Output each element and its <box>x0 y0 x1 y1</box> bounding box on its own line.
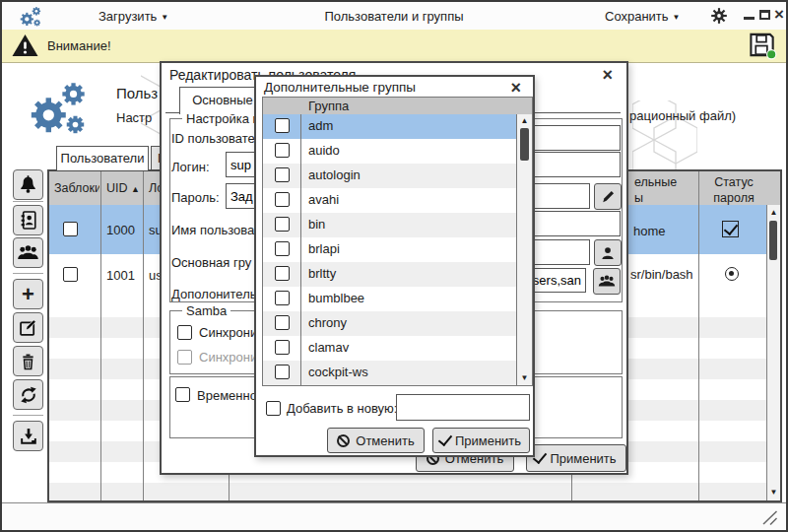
add-to-new-checkbox[interactable] <box>266 401 281 416</box>
new-group-name-input[interactable] <box>396 394 530 421</box>
group-name: bumblbee <box>308 291 364 305</box>
group-checkbox[interactable] <box>275 315 290 330</box>
user-name-label: Имя пользова <box>171 223 254 237</box>
checkmark-icon <box>533 449 547 464</box>
select-extra-groups-button[interactable] <box>593 268 621 295</box>
groups-list-header: Группа <box>263 98 532 115</box>
chevron-down-icon: ▼ <box>161 13 168 22</box>
group-checkbox[interactable] <box>275 192 290 207</box>
row-uid: 1001 <box>106 268 135 283</box>
refresh-button[interactable] <box>13 379 43 410</box>
group-name: avahi <box>308 192 339 207</box>
password-status-checked-icon <box>722 221 739 237</box>
temp-block-checkbox[interactable] <box>175 387 190 402</box>
checkmark-icon <box>438 432 452 446</box>
chevron-down-icon: ▼ <box>673 13 681 22</box>
save-menu-button[interactable]: Сохранить▼ <box>605 9 681 24</box>
scrollbar-thumb[interactable] <box>769 221 777 260</box>
col-header-blocked: Заблокир <box>54 181 99 195</box>
apply-button[interactable]: Применить <box>432 428 530 453</box>
scroll-down-icon[interactable]: ▼ <box>517 372 532 384</box>
group-checkbox[interactable] <box>275 143 290 158</box>
row-uid: 1000 <box>106 223 135 237</box>
save-file-icon[interactable] <box>747 32 779 60</box>
column-header-group: Группа <box>308 99 349 113</box>
warning-triangle-icon <box>12 33 38 57</box>
page-subtitle-fragment: Настр <box>116 110 161 127</box>
group-checkbox[interactable] <box>275 217 290 232</box>
group-checkbox[interactable] <box>275 291 290 305</box>
password-status-radio-icon <box>725 267 739 281</box>
group-checkbox[interactable] <box>275 266 290 281</box>
edit-password-button[interactable] <box>594 183 622 210</box>
group-name: chrony <box>308 315 347 330</box>
sort-ascending-icon: ▲ <box>131 184 140 194</box>
group-checkbox[interactable] <box>275 365 290 379</box>
download-icon <box>19 427 38 446</box>
samba-sync-checkbox[interactable] <box>177 325 192 340</box>
notifications-button[interactable] <box>13 169 43 200</box>
contact-card-icon <box>18 210 38 231</box>
person-icon <box>600 245 616 261</box>
group-name: cockpit-ws <box>308 365 368 379</box>
group-name: auido <box>308 143 340 158</box>
cancel-icon <box>337 434 350 447</box>
minimize-button[interactable] <box>744 17 755 20</box>
group-checkbox[interactable] <box>275 340 290 355</box>
primary-group-label: Основная гру <box>171 255 251 270</box>
user-card-button[interactable] <box>13 205 43 235</box>
toolbar-separator <box>13 201 43 202</box>
group-checkbox[interactable] <box>275 167 290 182</box>
toolbar-separator <box>13 415 43 416</box>
groups-list: Группа adm auido autologin avahi bin brl… <box>262 97 533 386</box>
row-blocked-checkbox[interactable] <box>63 222 78 236</box>
group-name: clamav <box>308 340 349 355</box>
add-to-new-label: Добавить в новую: <box>287 401 397 416</box>
tab-users[interactable]: Пользователи <box>56 146 149 170</box>
scrollbar-thumb[interactable] <box>520 128 529 161</box>
close-window-button[interactable]: × <box>774 5 784 25</box>
page-title-fragment: Польз <box>116 85 161 104</box>
row-blocked-checkbox[interactable] <box>63 267 78 282</box>
group-name: brltty <box>308 266 336 281</box>
edit-pencil-square-icon <box>18 317 38 338</box>
add-user-button[interactable]: + <box>13 279 43 309</box>
scroll-up-icon[interactable]: ▲ <box>517 115 532 127</box>
groups-list-scrollbar[interactable]: ▲ ▼ <box>516 114 532 385</box>
app-logo-gears-icon <box>16 4 45 29</box>
pencil-icon <box>601 189 616 204</box>
maximize-button[interactable] <box>759 10 770 20</box>
user-id-label: ID пользовате <box>171 131 255 146</box>
scroll-down-icon[interactable]: ▼ <box>767 487 780 499</box>
group-checkbox[interactable] <box>275 118 290 133</box>
export-download-button[interactable] <box>13 421 43 451</box>
group-people-icon <box>598 274 616 289</box>
plus-icon: + <box>22 285 34 304</box>
groups-button[interactable] <box>13 237 43 268</box>
settings-gear-icon[interactable] <box>710 7 728 25</box>
row-shell-fragment: sr/bin/bash <box>630 267 693 282</box>
additional-groups-dialog: Дополнительные группы × Группа adm auido… <box>254 75 535 457</box>
title-bar: Загрузить▼ Пользователи и группы Сохрани… <box>2 2 786 31</box>
edit-user-button[interactable] <box>13 312 43 343</box>
delete-user-button[interactable] <box>13 346 43 376</box>
close-dialog-button[interactable]: × <box>510 80 521 96</box>
group-name: brlapi <box>308 241 340 256</box>
col-header-password-status: Статуспароля <box>700 175 767 205</box>
close-dialog-button[interactable]: × <box>602 67 613 83</box>
tab-basic[interactable]: Основные <box>179 87 266 114</box>
load-menu-button[interactable]: Загрузить▼ <box>98 9 168 24</box>
scroll-up-icon[interactable]: ▲ <box>767 207 780 219</box>
cancel-button[interactable]: Отменить <box>327 428 425 453</box>
resize-grip-icon[interactable] <box>760 510 778 525</box>
warning-text: Внимание! <box>47 38 111 53</box>
column-divider <box>100 171 101 500</box>
table-vertical-scrollbar[interactable]: ▲ ▼ <box>766 205 780 500</box>
page-subtitle-fragment-right: рационный файл) <box>629 108 736 123</box>
apply-button[interactable]: Применить <box>526 444 626 472</box>
select-primary-group-button[interactable] <box>594 239 622 266</box>
password-label: Пароль: <box>171 190 220 205</box>
group-checkbox[interactable] <box>275 241 290 256</box>
app-logo-gears-large-icon <box>26 75 91 140</box>
col-header-uid: UID ▲ <box>106 181 140 195</box>
